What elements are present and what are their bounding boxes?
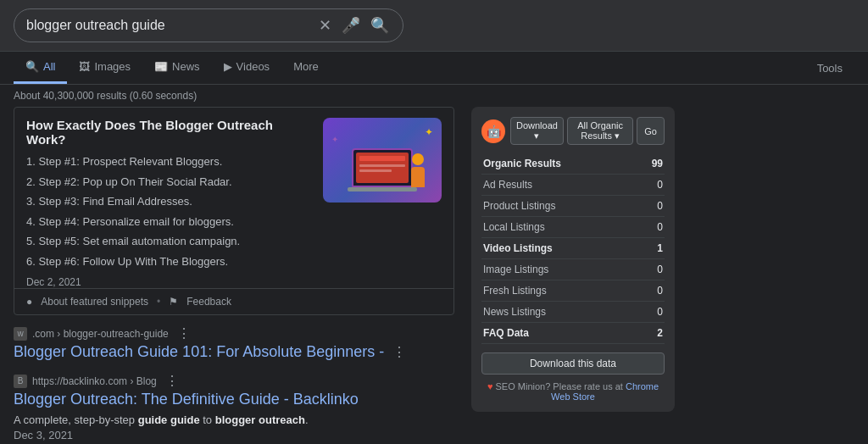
- result1-title-text: Blogger Outreach Guide 101: For Absolute…: [14, 343, 384, 361]
- seo-row-ad: Ad Results 0: [481, 175, 665, 196]
- snippet-step-4: 4. Step #4: Personalize email for blogge…: [26, 214, 313, 230]
- result2-date: Dec 3, 2021: [14, 429, 454, 441]
- featured-snippet-text: How Exactly Does The Blogger Outreach Wo…: [26, 118, 313, 288]
- nav-tabs: 🔍 All 🖼 Images 📰 News ▶ Videos More Tool…: [0, 52, 868, 85]
- seo-footer-text: SEO Minion? Please rate us at: [496, 381, 626, 391]
- tab-all[interactable]: 🔍 All: [14, 52, 67, 84]
- featured-snippet-top: How Exactly Does The Blogger Outreach Wo…: [14, 108, 453, 288]
- result2-desc-bold2: blogger outreach: [215, 413, 305, 426]
- screen-line1: [359, 164, 405, 167]
- laptop-body: [352, 148, 413, 187]
- tab-all-label: All: [43, 60, 55, 73]
- about-snippets-label[interactable]: About featured snippets: [41, 296, 148, 308]
- result2-url: https://backlinko.com › Blog: [32, 375, 157, 387]
- tab-more[interactable]: More: [281, 52, 331, 84]
- screen-line2: [359, 169, 392, 172]
- sparkle2-icon: ✦: [331, 135, 338, 144]
- tab-more-label: More: [293, 60, 319, 73]
- ad-value: 0: [637, 175, 665, 196]
- search-result-1: w .com › blogger-outreach-guide ⋮ Blogge…: [14, 325, 454, 361]
- download-dropdown[interactable]: Download ▾: [510, 117, 564, 145]
- voice-search-button[interactable]: 🎤: [340, 14, 362, 36]
- person-head: [412, 153, 424, 165]
- featured-snippet-wrapper: How Exactly Does The Blogger Outreach Wo…: [14, 107, 454, 315]
- seo-minion-panel: 🤖 Download ▾ All Organic Results ▾ Go Or…: [471, 107, 675, 412]
- heart-icon: ♥: [487, 381, 493, 391]
- result1-title-kebab[interactable]: ⋮: [392, 344, 406, 360]
- videos-icon: ▶: [224, 60, 232, 73]
- snippet-step-5: 5. Step #5: Set email automation campaig…: [26, 233, 313, 250]
- search-input-wrapper: ✕ 🎤 🔍: [14, 8, 403, 42]
- seo-row-local: Local Listings 0: [481, 217, 665, 238]
- main-content: How Exactly Does The Blogger Outreach Wo…: [0, 107, 868, 444]
- product-value: 0: [637, 196, 665, 217]
- snippet-illustration: ✦ ✦: [323, 118, 442, 203]
- about-snippets-icon: ●: [26, 296, 32, 308]
- images-icon: 🖼: [79, 60, 90, 73]
- seo-row-video: Video Listings 1: [481, 238, 665, 259]
- organic-label: Organic Results: [481, 153, 637, 175]
- result2-title[interactable]: Blogger Outreach: The Definitive Guide -…: [14, 391, 454, 408]
- separator: •: [157, 296, 160, 308]
- feedback-icon: ⚑: [169, 296, 178, 308]
- search-input[interactable]: [26, 18, 310, 33]
- tab-videos[interactable]: ▶ Videos: [212, 52, 282, 84]
- tab-images[interactable]: 🖼 Images: [67, 52, 142, 84]
- result2-url-line: B https://backlinko.com › Blog ⋮: [14, 373, 454, 389]
- snippet-step-6: 6. Step #6: Follow Up With The Bloggers.: [26, 253, 313, 270]
- result1-title[interactable]: Blogger Outreach Guide 101: For Absolute…: [14, 343, 454, 361]
- faq-value: 2: [637, 323, 665, 344]
- result1-kebab-menu[interactable]: ⋮: [177, 325, 191, 341]
- right-panel: 🤖 Download ▾ All Organic Results ▾ Go Or…: [471, 107, 675, 444]
- tab-videos-label: Videos: [236, 60, 270, 73]
- video-label: Video Listings: [481, 238, 637, 259]
- seo-stats-table: Organic Results 99 Ad Results 0 Product …: [481, 153, 665, 344]
- result2-desc-bold1: guide guide: [138, 413, 200, 426]
- tab-images-label: Images: [94, 60, 131, 73]
- search-result-2: B https://backlinko.com › Blog ⋮ Blogger…: [14, 373, 454, 444]
- search-bar-area: ✕ 🎤 🔍: [0, 0, 868, 52]
- tools-button[interactable]: Tools: [805, 53, 854, 83]
- clear-search-button[interactable]: ✕: [317, 14, 333, 36]
- person-body: [411, 167, 425, 187]
- seo-row-faq: FAQ Data 2: [481, 323, 665, 344]
- result2-title-text: Blogger Outreach: The Definitive Guide -…: [14, 391, 359, 408]
- result1-domain-icon: w: [14, 327, 27, 341]
- result2-desc-plain: A complete, step-by-step: [14, 413, 138, 426]
- result2-kebab-menu[interactable]: ⋮: [165, 373, 179, 389]
- result1-url-line: w .com › blogger-outreach-guide ⋮: [14, 325, 454, 341]
- screen-bar: [359, 156, 405, 161]
- news-icon: 📰: [154, 60, 168, 73]
- video-value: 1: [637, 238, 665, 259]
- snippet-step-1: 1. Step #1: Prospect Relevant Bloggers.: [26, 153, 313, 170]
- snippet-steps-list: 1. Step #1: Prospect Relevant Bloggers. …: [26, 153, 313, 269]
- results-filter-dropdown[interactable]: All Organic Results ▾: [567, 117, 633, 145]
- local-value: 0: [637, 217, 665, 238]
- seo-row-news: News Listings 0: [481, 302, 665, 323]
- feedback-label[interactable]: Feedback: [186, 296, 231, 308]
- product-label: Product Listings: [481, 196, 637, 217]
- download-data-button[interactable]: Download this data: [481, 352, 665, 375]
- go-button[interactable]: Go: [637, 117, 665, 145]
- fresh-value: 0: [637, 280, 665, 302]
- snippet-image-inner: ✦ ✦: [323, 118, 442, 203]
- local-label: Local Listings: [481, 217, 637, 238]
- laptop-base: [348, 187, 417, 191]
- fresh-label: Fresh Listings: [481, 280, 637, 302]
- news-label: News Listings: [481, 302, 637, 323]
- search-button[interactable]: 🔍: [369, 14, 391, 36]
- person-figure: [411, 153, 425, 187]
- result2-desc-end: .: [305, 413, 309, 426]
- snippet-step-2: 2. Step #2: Pop up On Their Social Radar…: [26, 174, 313, 191]
- snippet-date: Dec 2, 2021: [26, 276, 313, 288]
- tab-news[interactable]: 📰 News: [142, 52, 212, 84]
- seo-panel-header: 🤖 Download ▾ All Organic Results ▾ Go: [481, 117, 665, 145]
- tab-news-label: News: [172, 60, 200, 73]
- seo-controls: Download ▾ All Organic Results ▾ Go: [510, 117, 665, 145]
- organic-value: 99: [637, 153, 665, 175]
- seo-row-organic: Organic Results 99: [481, 153, 665, 175]
- news-value: 0: [637, 302, 665, 323]
- all-icon: 🔍: [25, 60, 39, 73]
- snippet-about-bar: ● About featured snippets • ⚑ Feedback: [14, 288, 453, 314]
- left-column: How Exactly Does The Blogger Outreach Wo…: [14, 107, 454, 444]
